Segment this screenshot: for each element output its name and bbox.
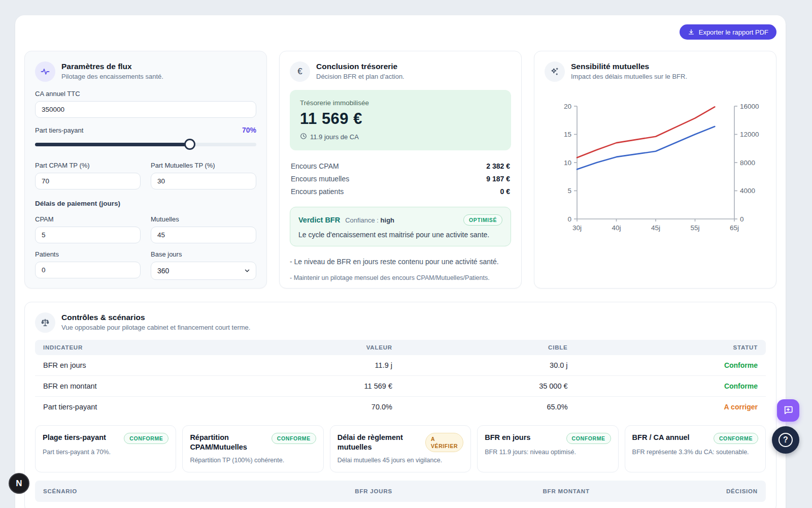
tp-slider-fill — [35, 143, 190, 146]
conclusion-note-1: - Le niveau de BFR en jours reste conten… — [290, 258, 511, 266]
treasury-days: 11.9 jours de CA — [310, 133, 359, 141]
feedback-bubble-icon — [783, 404, 794, 417]
svg-text:20: 20 — [564, 103, 571, 110]
svg-text:8000: 8000 — [740, 159, 755, 167]
export-pdf-button[interactable]: Exporter le rapport PDF — [680, 24, 776, 40]
status-badge: CONFORME — [124, 433, 168, 444]
brand-logo-n[interactable]: N — [9, 473, 29, 494]
conclusion-note-2: - Maintenir un pilotage mensuel des enco… — [290, 274, 511, 281]
svg-text:5: 5 — [567, 187, 571, 195]
sparkles-icon — [545, 61, 565, 82]
scenario-table-header: SCÉNARIO BFR JOURS BFR MONTANT DÉCISION — [35, 481, 766, 502]
status-text: Conforme — [724, 382, 758, 390]
clock-icon — [300, 133, 307, 141]
svg-text:45j: 45j — [651, 224, 660, 232]
sensitivity-chart: 05101520040008000120001600030j40j45j55j6… — [545, 98, 766, 250]
status-text: A corriger — [724, 403, 758, 411]
svg-text:40j: 40j — [612, 224, 621, 232]
list-item: Encours mutuelles 9 187 € — [291, 172, 510, 185]
delay-mutuelles-input[interactable] — [151, 227, 256, 243]
indicators-table: INDICATEUR VALEUR CIBLE STATUT BFR en jo… — [35, 340, 766, 417]
main-panel: Exporter le rapport PDF Paramètres de fl… — [15, 15, 786, 508]
params-card: Paramètres de flux Pilotage des encaisse… — [24, 51, 267, 289]
base-jours-label: Base jours — [151, 250, 256, 258]
table-row: Part tiers-payant 70.0% 65.0% A corriger — [35, 397, 766, 418]
verdict-title: Verdict BFR — [298, 216, 340, 224]
cpam-share-input[interactable] — [35, 173, 141, 189]
verdict-text: Le cycle d'encaissement est maitrisé pou… — [298, 231, 502, 239]
tp-value: 70% — [242, 126, 256, 134]
svg-text:15: 15 — [564, 131, 571, 138]
top-cards-row: Paramètres de flux Pilotage des encaisse… — [24, 51, 776, 289]
check-card-bfr-ca: BFR / CA annuel CONFORME BFR représente … — [625, 425, 766, 472]
sensitivity-title: Sensibilité mutuelles — [571, 61, 687, 71]
question-mark-icon: ? — [779, 433, 793, 447]
svg-text:55j: 55j — [690, 224, 699, 232]
download-icon — [688, 28, 695, 36]
patients-label: Patients — [35, 250, 141, 258]
tp-slider-thumb[interactable] — [184, 139, 195, 150]
table-row: BFR en montant 11 569 € 35 000 € Conform… — [35, 376, 766, 397]
svg-text:0: 0 — [567, 215, 571, 223]
delay-mutuelles-label: Mutuelles — [151, 215, 256, 223]
sensitivity-subtitle: Impact des délais mutuelles sur le BFR. — [571, 73, 687, 80]
delay-cpam-label: CPAM — [35, 215, 141, 223]
verdict-confidence: Confiance : high — [345, 216, 394, 224]
status-badge: OPTIMISÉ — [463, 214, 502, 226]
cpam-share-label: Part CPAM TP (%) — [35, 162, 141, 169]
treasury-hero: Trésorerie immobilisée 11 569 € 11.9 jou… — [290, 90, 511, 150]
conclusion-title: Conclusion trésorerie — [316, 61, 404, 71]
mutuelles-share-input[interactable] — [151, 173, 256, 189]
svg-text:16000: 16000 — [740, 103, 759, 110]
mutuelles-share-label: Part Mutuelles TP (%) — [151, 162, 256, 169]
controls-title: Contrôles & scénarios — [61, 312, 250, 322]
status-badge: CONFORME — [566, 433, 611, 444]
delay-cpam-input[interactable] — [35, 227, 141, 243]
check-card-plage-tiers-payant: Plage tiers-payant CONFORME Part tiers-p… — [35, 425, 176, 472]
status-text: Conforme — [724, 361, 758, 369]
controls-section: Contrôles & scénarios Vue opposable pour… — [24, 302, 776, 508]
status-badge: CONFORME — [272, 433, 316, 444]
check-card-delai-mutuelles: Délai de règlement mutuelles A VÉRIFIER … — [330, 425, 471, 472]
svg-text:65j: 65j — [730, 224, 739, 232]
ca-label: CA annuel TTC — [35, 90, 256, 98]
svg-text:12000: 12000 — [740, 131, 759, 138]
list-item: Encours CPAM 2 382 € — [291, 160, 510, 172]
svg-text:30j: 30j — [572, 224, 582, 232]
feedback-fab-button[interactable] — [777, 399, 799, 422]
treasury-label: Trésorerie immobilisée — [300, 99, 501, 107]
check-card-bfr-jours: BFR en jours CONFORME BFR 11.9 jours: ni… — [477, 425, 618, 472]
params-title: Paramètres de flux — [61, 61, 163, 71]
ca-input[interactable] — [35, 101, 256, 118]
svg-text:10: 10 — [564, 159, 571, 167]
verdict-panel: Verdict BFR Confiance : high OPTIMISÉ Le… — [290, 207, 511, 246]
outstanding-list: Encours CPAM 2 382 € Encours mutuelles 9… — [291, 160, 510, 198]
conclusion-card: € Conclusion trésorerie Décision BFR et … — [279, 51, 522, 289]
list-item: Encours patients 0 € — [291, 185, 510, 198]
scales-icon — [35, 312, 55, 333]
euro-icon: € — [290, 61, 310, 82]
params-subtitle: Pilotage des encaissements santé. — [61, 73, 163, 80]
status-badge: CONFORME — [714, 433, 758, 444]
conclusion-subtitle: Décision BFR et plan d'action. — [316, 73, 404, 80]
svg-text:4000: 4000 — [740, 187, 755, 195]
status-badge: A VÉRIFIER — [425, 433, 463, 452]
checks-row: Plage tiers-payant CONFORME Part tiers-p… — [35, 425, 766, 472]
tp-slider[interactable] — [35, 139, 256, 149]
treasury-amount: 11 569 € — [300, 110, 501, 128]
topbar: Exporter le rapport PDF — [24, 24, 776, 40]
check-card-repartition: Répartition CPAM/Mutuelles CONFORME Répa… — [182, 425, 323, 472]
delays-group-title: Délais de paiement (jours) — [35, 200, 256, 207]
table-row: BFR en jours 11.9 j 30.0 j Conforme — [35, 355, 766, 376]
patients-input[interactable] — [35, 262, 141, 278]
help-fab-button[interactable]: ? — [772, 426, 799, 454]
tp-label: Part tiers-payant — [35, 126, 83, 134]
controls-subtitle: Vue opposable pour pilotage cabinet et f… — [61, 324, 250, 331]
sensitivity-card: Sensibilité mutuelles Impact des délais … — [534, 51, 776, 289]
activity-icon — [35, 61, 55, 82]
svg-text:0: 0 — [740, 215, 744, 223]
base-jours-select[interactable]: 360 — [151, 262, 256, 280]
